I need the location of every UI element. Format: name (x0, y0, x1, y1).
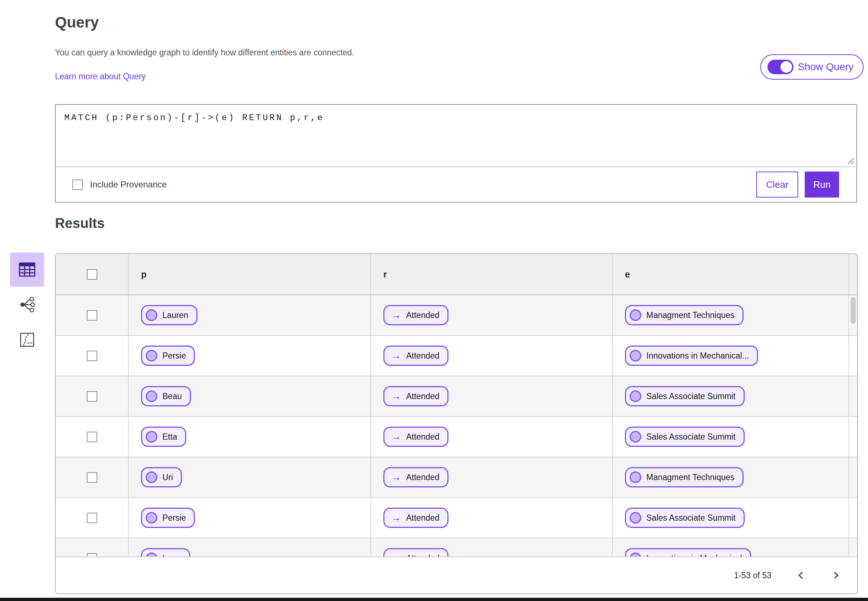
entity-pill-p[interactable]: Larry (141, 548, 190, 557)
entity-pill-e[interactable]: Managment Techniques (625, 467, 743, 487)
select-all-checkbox[interactable] (87, 269, 97, 280)
entity-node-icon (630, 350, 641, 362)
table-view-icon (19, 262, 35, 277)
entity-pill-e[interactable]: Innovations in Mechanical... (625, 346, 758, 366)
chevron-right-icon (831, 570, 841, 580)
relationship-pill[interactable]: → Attended (383, 548, 448, 557)
relationship-pill[interactable]: → Attended (383, 305, 448, 325)
table-row[interactable]: Persie → Attended Innovations in Mechani… (56, 336, 857, 376)
entity-node-icon (146, 431, 157, 442)
entity-node-icon (630, 390, 641, 402)
relationship-arrow-icon: → (388, 310, 401, 320)
entity-pill-p[interactable]: Etta (141, 427, 186, 447)
table-row[interactable]: Lauren → Attended Managment Techniques (56, 295, 857, 336)
table-view-button[interactable] (10, 253, 44, 287)
relationship-pill[interactable]: → Attended (383, 346, 448, 366)
entity-pill-p[interactable]: Beau (141, 386, 191, 406)
query-text[interactable]: MATCH (p:Person)-[r]->(e) RETURN p,r,e (64, 113, 324, 123)
column-header-p: p (128, 254, 370, 294)
entity-pill-p[interactable]: Persie (141, 508, 195, 528)
vertical-scrollbar[interactable] (851, 297, 856, 324)
previous-page-button[interactable] (796, 570, 806, 580)
row-checkbox[interactable] (87, 310, 97, 320)
include-provenance-label: Include Provenance (90, 180, 167, 189)
entity-pill-p[interactable]: Uri (141, 467, 182, 487)
query-panel: MATCH (p:Person)-[r]->(e) RETURN p,r,e I… (55, 104, 857, 203)
pagination-range: 1-53 of 53 (734, 570, 771, 580)
entity-pill-e[interactable]: Sales Associate Summit (625, 427, 745, 447)
show-query-toggle[interactable]: Show Query (760, 54, 863, 79)
entity-pill-p[interactable]: Persie (141, 346, 195, 366)
table-row[interactable]: Larry → Attended Innovations in Mechanic… (56, 538, 857, 557)
relationship-arrow-icon: → (388, 432, 401, 442)
view-switcher (10, 253, 44, 358)
next-page-button[interactable] (831, 570, 841, 580)
page-description: You can query a knowledge graph to ident… (55, 48, 354, 58)
entity-node-icon (630, 512, 641, 523)
entity-node-icon (146, 512, 157, 523)
row-checkbox[interactable] (87, 391, 97, 402)
graph-view-button[interactable] (10, 288, 44, 322)
table-row[interactable]: Etta → Attended Sales Associate Summit (56, 417, 857, 458)
entity-node-icon (146, 471, 157, 483)
run-button[interactable]: Run (805, 171, 839, 198)
row-checkbox[interactable] (87, 432, 97, 442)
query-input[interactable]: MATCH (p:Person)-[r]->(e) RETURN p,r,e (56, 105, 856, 167)
relationship-pill[interactable]: → Attended (383, 427, 448, 447)
entity-pill-e[interactable]: Sales Associate Summit (625, 508, 745, 528)
resize-handle-icon[interactable] (845, 156, 855, 165)
include-provenance-checkbox[interactable]: Include Provenance (72, 167, 167, 202)
row-checkbox[interactable] (87, 351, 97, 361)
toggle-on-icon[interactable] (767, 60, 793, 74)
show-query-label: Show Query (798, 61, 854, 73)
pagination-bar: 1-53 of 53 (56, 557, 857, 593)
window-bottom-edge (0, 598, 868, 601)
clear-button[interactable]: Clear (756, 171, 798, 198)
page-title: Query (55, 14, 99, 31)
graph-view-icon (19, 296, 35, 313)
row-checkbox[interactable] (87, 472, 97, 483)
entity-pill-e[interactable]: Innovations in Mechanical (625, 548, 751, 557)
checkbox-unchecked-icon[interactable] (72, 180, 83, 190)
results-table: p r e Lauren → Attended Managment Techni… (55, 253, 858, 594)
relationship-pill[interactable]: → Attended (383, 508, 448, 528)
query-panel-footer: Include Provenance Clear Run (56, 167, 856, 202)
toggle-knob (780, 61, 792, 73)
entity-pill-p[interactable]: Lauren (141, 305, 198, 325)
entity-node-icon (146, 350, 157, 362)
table-row[interactable]: Beau → Attended Sales Associate Summit (56, 376, 857, 417)
row-checkbox[interactable] (87, 513, 97, 523)
relationship-arrow-icon: → (388, 351, 401, 361)
column-header-r: r (370, 254, 612, 294)
table-body: Lauren → Attended Managment Techniques P… (56, 295, 857, 557)
table-row[interactable]: Uri → Attended Managment Techniques (56, 458, 857, 498)
results-heading: Results (55, 216, 105, 231)
entity-node-icon (630, 471, 641, 483)
learn-more-link[interactable]: Learn more about Query (55, 72, 146, 81)
query-page: Query You can query a knowledge graph to… (0, 0, 868, 601)
map-view-button[interactable] (10, 323, 44, 357)
relationship-pill[interactable]: → Attended (383, 467, 448, 487)
entity-pill-e[interactable]: Managment Techniques (625, 305, 743, 325)
entity-node-icon (630, 310, 641, 321)
entity-node-icon (630, 431, 641, 442)
table-row[interactable]: Persie → Attended Sales Associate Summit (56, 498, 857, 538)
column-header-e: e (612, 254, 848, 294)
relationship-arrow-icon: → (388, 472, 401, 482)
entity-node-icon (146, 310, 157, 321)
entity-node-icon (146, 390, 157, 402)
map-view-icon (20, 332, 35, 347)
relationship-arrow-icon: → (388, 391, 401, 401)
relationship-arrow-icon: → (388, 513, 401, 523)
chevron-left-icon (796, 570, 806, 580)
entity-pill-e[interactable]: Sales Associate Summit (625, 386, 745, 406)
relationship-pill[interactable]: → Attended (383, 386, 448, 406)
table-header-row: p r e (56, 254, 857, 295)
